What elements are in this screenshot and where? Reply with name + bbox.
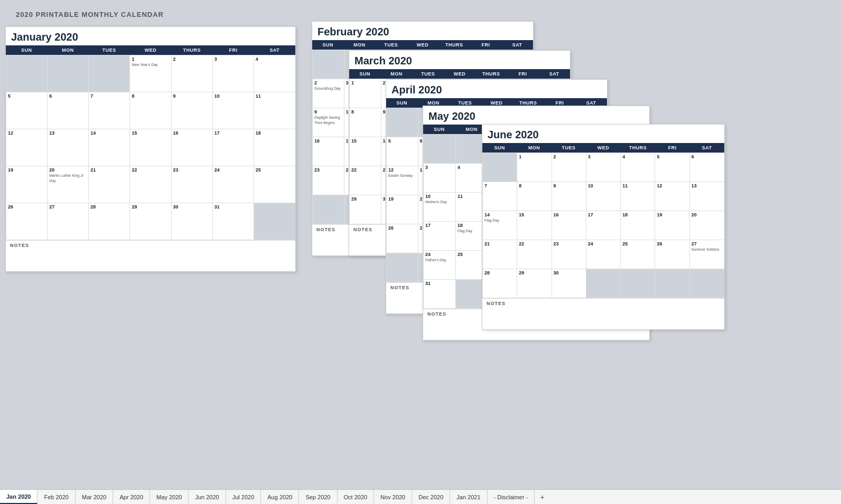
header-sun: SUN — [6, 45, 47, 55]
table-row: 26 — [655, 240, 689, 269]
tab-jan-2021[interactable]: Jan 2021 — [450, 490, 487, 504]
tab-mar-2020[interactable]: Mar 2020 — [76, 490, 113, 504]
table-row: 17 — [586, 211, 621, 240]
table-row: 20Martin Luther King Jr Day — [48, 166, 89, 203]
table-row: 9 — [552, 182, 586, 211]
table-row: 30 — [172, 203, 213, 240]
tab-aug-2020[interactable]: Aug 2020 — [261, 490, 299, 504]
table-row — [313, 195, 344, 224]
table-row: 19 — [655, 211, 689, 240]
table-row: 25 — [621, 240, 655, 269]
table-row: 15 — [350, 137, 381, 166]
tab-oct-2020[interactable]: Oct 2020 — [338, 490, 375, 504]
app-container: 2020 PRINTABLE MONTHLY CALENDAR January … — [0, 0, 841, 504]
header-sat: SAT — [254, 45, 295, 55]
table-row: 8 — [517, 182, 552, 211]
table-row: 23 — [552, 240, 586, 269]
tab-sep-2020[interactable]: Sep 2020 — [299, 490, 337, 504]
table-row: 3 — [213, 55, 254, 92]
table-row: 3 — [424, 164, 456, 193]
table-row: 2 — [172, 55, 213, 92]
january-grid-wrapper: 1New Year's Day 2 3 4 5 6 7 8 9 10 11 12… — [6, 55, 295, 240]
january-grid: 1New Year's Day 2 3 4 5 6 7 8 9 10 11 12… — [6, 55, 295, 240]
table-row: 29 — [517, 269, 552, 298]
table-row: 10 — [586, 182, 621, 211]
june-title: June 2020 — [482, 125, 724, 143]
table-row: 15 — [130, 129, 171, 166]
march-title: March 2020 — [349, 51, 570, 69]
table-row — [89, 55, 130, 92]
table-row: 1 — [517, 153, 552, 182]
table-row: 21 — [483, 240, 517, 269]
table-row: 16 — [552, 211, 586, 240]
table-row: 31 — [424, 280, 456, 309]
table-row: 14 — [89, 129, 130, 166]
table-row: 12 — [6, 129, 48, 166]
table-row: 7 — [483, 182, 517, 211]
main-content: 2020 PRINTABLE MONTHLY CALENDAR January … — [0, 0, 841, 489]
table-row — [6, 55, 48, 92]
table-row: 21 — [89, 166, 130, 203]
table-row: 22 — [350, 166, 381, 195]
april-title: April 2020 — [386, 80, 607, 98]
tab-apr-2020[interactable]: Apr 2020 — [113, 490, 150, 504]
table-row: 5 — [387, 137, 418, 166]
tab-feb-2020[interactable]: Feb 2020 — [38, 490, 75, 504]
header-thu: THURS — [171, 45, 212, 55]
table-row — [483, 153, 517, 182]
january-title: January 2020 — [6, 27, 295, 45]
table-row: 30 — [552, 269, 586, 298]
table-row: 12 — [655, 182, 689, 211]
table-row: 23 — [313, 166, 344, 195]
calendar-june: June 2020 SUN MON TUES WED THURS FRI SAT… — [482, 124, 725, 330]
table-row: 3 — [586, 153, 621, 182]
header-mon: MON — [47, 45, 88, 55]
table-row: 28 — [89, 203, 130, 240]
table-row — [48, 55, 89, 92]
tab-jan-2020[interactable]: Jan 2020 — [0, 490, 38, 504]
table-row: 29 — [130, 203, 171, 240]
table-row: 1 — [350, 79, 381, 108]
tab-disclaimer[interactable]: - Disclaimer - — [488, 490, 535, 504]
table-row: 5 — [6, 92, 48, 129]
tab-nov-2020[interactable]: Nov 2020 — [374, 490, 412, 504]
notes-lines — [6, 250, 295, 271]
february-title: February 2020 — [312, 22, 533, 40]
table-row: 16 — [313, 137, 344, 166]
table-row — [313, 50, 344, 79]
table-row: 19 — [6, 166, 48, 203]
table-row: 10 — [213, 92, 254, 129]
notes-lines — [482, 308, 724, 329]
table-row: 6 — [48, 92, 89, 129]
table-row: 9Daylight Saving Time Begins — [313, 108, 344, 137]
notes-label: NOTES — [6, 240, 295, 250]
table-row: 16 — [172, 129, 213, 166]
table-row — [424, 135, 456, 164]
table-row: 8 — [130, 92, 171, 129]
table-row: 24 — [213, 166, 254, 203]
table-row — [387, 253, 418, 282]
june-grid: 1 2 3 4 5 6 7 8 9 10 11 12 13 14Flag Day… — [483, 153, 724, 298]
page-title: 2020 PRINTABLE MONTHLY CALENDAR — [16, 11, 825, 18]
calendar-january: January 2020 SUN MON TUES WED THURS FRI … — [5, 26, 296, 272]
tab-jun-2020[interactable]: Jun 2020 — [189, 490, 226, 504]
header-tue: TUES — [89, 45, 130, 55]
table-row: 14Flag Day — [483, 211, 517, 240]
table-row: 5 — [655, 153, 689, 182]
tab-dec-2020[interactable]: Dec 2020 — [412, 490, 450, 504]
table-row: 31 — [213, 203, 254, 240]
table-row: 24 — [586, 240, 621, 269]
table-row: 29 — [350, 195, 381, 224]
header-wed: WED — [130, 45, 171, 55]
table-row: 2 — [552, 153, 586, 182]
table-row: 18 — [254, 129, 295, 166]
table-row: 2Groundhog Day — [313, 79, 344, 108]
table-row: 13 — [690, 182, 724, 211]
tab-jul-2020[interactable]: Jul 2020 — [226, 490, 261, 504]
tab-add-button[interactable]: + — [535, 490, 549, 504]
table-row — [586, 269, 621, 298]
table-row: 28 — [483, 269, 517, 298]
table-row: 22 — [517, 240, 552, 269]
table-row — [690, 269, 724, 298]
tab-may-2020[interactable]: May 2020 — [150, 490, 189, 504]
